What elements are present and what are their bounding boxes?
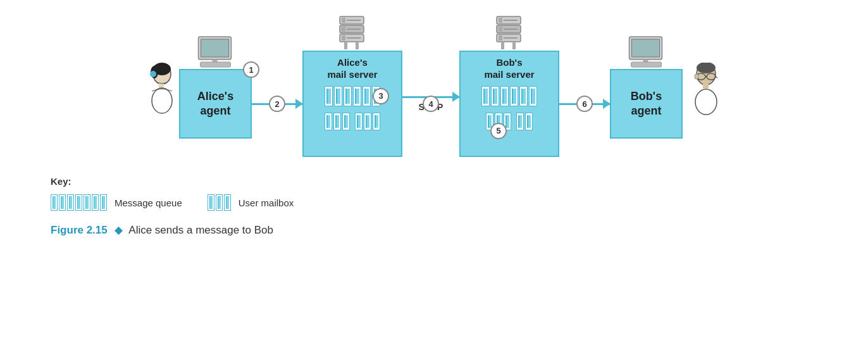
bob-agent-box: Bob's agent xyxy=(610,69,683,139)
svg-point-48 xyxy=(695,74,698,79)
svg-rect-21 xyxy=(344,42,347,49)
bob-person-icon xyxy=(686,63,730,132)
svg-rect-24 xyxy=(499,18,502,23)
svg-rect-27 xyxy=(499,27,502,32)
svg-rect-33 xyxy=(512,42,516,49)
svg-rect-14 xyxy=(347,20,361,21)
key-queue-icon xyxy=(51,194,107,211)
svg-rect-31 xyxy=(504,37,518,39)
alice-server-icon xyxy=(337,15,368,53)
bob-person xyxy=(686,63,730,132)
step-5-badge: 5 xyxy=(490,123,507,139)
figure-caption: Figure 2.15 ◆ Alice sends a message to B… xyxy=(0,217,868,249)
alice-mail-server-box: Alice's mail server 3 xyxy=(302,51,402,157)
bob-agent-label: Bob's agent xyxy=(631,89,662,119)
svg-rect-22 xyxy=(356,42,359,49)
alice-mail-server-title: Alice's mail server xyxy=(327,57,377,81)
svg-rect-35 xyxy=(631,39,659,57)
arrow-1: 2 xyxy=(252,103,302,105)
key-mailbox-icon xyxy=(208,194,231,211)
svg-rect-13 xyxy=(342,18,345,23)
svg-rect-25 xyxy=(504,20,518,21)
svg-rect-30 xyxy=(499,35,502,41)
step-4-badge: 4 xyxy=(423,96,439,112)
arrow-2: 4 SMTP xyxy=(402,96,459,112)
svg-point-3 xyxy=(150,71,156,77)
svg-rect-28 xyxy=(504,28,518,30)
diagram-area: 1 Alice's agent 2 xyxy=(0,0,868,249)
alice-agent-box: 1 Alice's agent xyxy=(179,69,252,139)
svg-rect-17 xyxy=(347,28,361,30)
alice-person xyxy=(138,63,179,132)
key-items-row: Message queue User mailbox xyxy=(51,194,817,211)
bob-computer-icon xyxy=(626,35,667,71)
svg-rect-11 xyxy=(200,62,230,67)
key-queue-label: Message queue xyxy=(115,197,182,208)
bob-server-icon xyxy=(493,15,525,53)
svg-rect-38 xyxy=(631,62,661,67)
svg-rect-16 xyxy=(342,27,345,32)
figure-label: Figure 2.15 xyxy=(51,224,108,236)
svg-line-45 xyxy=(716,77,717,78)
step-2-badge: 2 xyxy=(269,96,285,112)
alice-computer-icon xyxy=(195,35,236,71)
svg-rect-32 xyxy=(501,42,504,49)
alice-person-icon xyxy=(138,63,179,132)
key-item-user-mailbox: User mailbox xyxy=(208,194,294,211)
svg-rect-8 xyxy=(201,39,228,57)
alice-message-queue: 3 xyxy=(325,86,380,106)
bob-mail-server-box: Bob's mail server 5 xyxy=(459,51,559,157)
key-mailbox-label: User mailbox xyxy=(239,197,294,208)
svg-point-5 xyxy=(152,88,172,113)
alice-agent-label: Alice's agent xyxy=(197,89,233,119)
svg-point-47 xyxy=(695,89,717,115)
svg-rect-19 xyxy=(342,35,345,41)
step-3-badge: 3 xyxy=(373,88,389,104)
step-6-badge: 6 xyxy=(576,96,593,112)
arrow-3: 6 xyxy=(559,103,610,105)
svg-rect-46 xyxy=(703,84,709,89)
key-item-message-queue: Message queue xyxy=(51,194,182,211)
bob-message-queue xyxy=(481,86,537,106)
bob-user-mailbox: 5 xyxy=(486,113,533,130)
key-section: Key: Message queue xyxy=(0,157,868,217)
bob-mail-server-title: Bob's mail server xyxy=(484,57,534,81)
flow-diagram: 1 Alice's agent 2 xyxy=(0,51,868,157)
figure-title: Alice sends a message to Bob xyxy=(128,224,273,236)
key-title: Key: xyxy=(51,176,817,187)
figure-diamond: ◆ xyxy=(115,224,123,236)
step-1-badge: 1 xyxy=(243,61,259,78)
svg-rect-20 xyxy=(347,37,361,39)
svg-point-6 xyxy=(158,75,160,78)
